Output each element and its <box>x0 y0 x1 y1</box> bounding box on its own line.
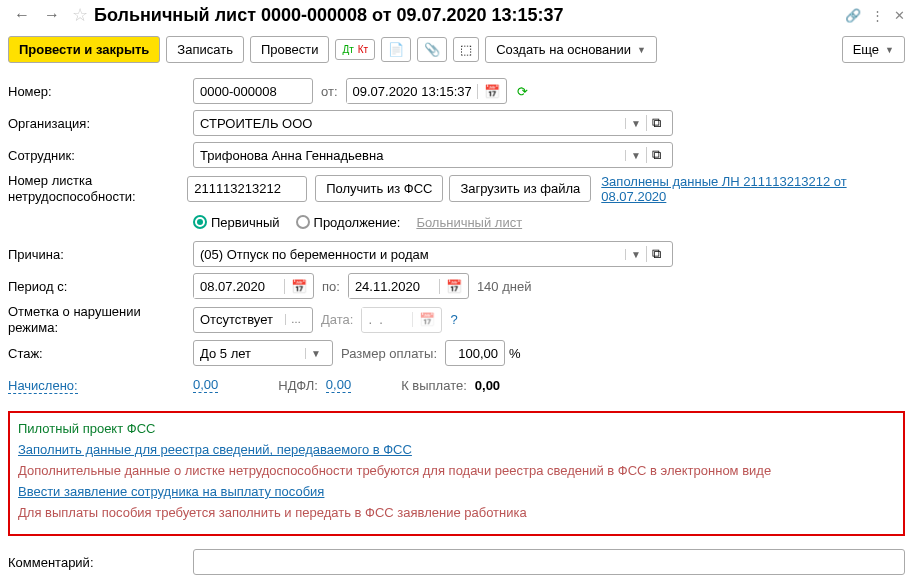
reason-input[interactable]: (05) Отпуск по беременности и родам <box>200 247 625 262</box>
period-from-input[interactable] <box>194 275 284 298</box>
reason-open-icon[interactable]: ⧉ <box>646 246 666 262</box>
sick-sheet-link: Больничный лист <box>416 215 522 230</box>
comment-input[interactable] <box>193 549 905 575</box>
emp-label: Сотрудник: <box>8 148 193 163</box>
org-open-icon[interactable]: ⧉ <box>646 115 666 131</box>
from-label: от: <box>321 84 338 99</box>
period-to-input[interactable] <box>349 275 439 298</box>
comment-label: Комментарий: <box>8 555 193 570</box>
stazh-label: Стаж: <box>8 346 193 361</box>
primary-radio[interactable]: Первичный <box>193 215 280 230</box>
struct-icon-button[interactable]: ⬚ <box>453 37 479 62</box>
accrued-value[interactable]: 0,00 <box>193 377 218 393</box>
calendar-icon[interactable]: 📅 <box>477 84 506 99</box>
pilot-note2: Для выплаты пособия требуется заполнить … <box>18 505 895 520</box>
nav-fwd-icon[interactable]: → <box>38 4 66 26</box>
pay-size-label: Размер оплаты: <box>341 346 437 361</box>
favorite-star-icon[interactable]: ☆ <box>72 4 88 26</box>
link-icon[interactable]: 🔗 <box>845 8 861 23</box>
violation-date-label: Дата: <box>321 312 353 327</box>
number-label: Номер: <box>8 84 193 99</box>
emp-input[interactable]: Трифонова Анна Геннадьевна <box>200 148 625 163</box>
refresh-icon[interactable]: ⟳ <box>517 84 528 99</box>
load-file-button[interactable]: Загрузить из файла <box>449 175 591 202</box>
violation-dd-icon[interactable]: … <box>285 314 306 325</box>
reason-dropdown-icon[interactable]: ▼ <box>625 249 646 260</box>
org-dropdown-icon[interactable]: ▼ <box>625 118 646 129</box>
sheet-no-input[interactable] <box>187 176 307 202</box>
accrued-label[interactable]: Начислено: <box>8 378 78 394</box>
cal-icon: 📅 <box>412 312 441 327</box>
create-based-button[interactable]: Создать на основании▼ <box>485 36 657 63</box>
menu-dots-icon[interactable]: ⋮ <box>871 8 884 23</box>
pilot-title: Пилотный проект ФСС <box>18 421 895 436</box>
org-label: Организация: <box>8 116 193 131</box>
close-icon[interactable]: ✕ <box>894 8 905 23</box>
emp-dropdown-icon[interactable]: ▼ <box>625 150 646 161</box>
pilot-note1: Дополнительные данные о листке нетрудосп… <box>18 463 895 478</box>
days-text: 140 дней <box>477 279 532 294</box>
emp-open-icon[interactable]: ⧉ <box>646 147 666 163</box>
reason-label: Причина: <box>8 247 193 262</box>
fill-registry-link[interactable]: Заполнить данные для реестра сведений, п… <box>18 442 412 457</box>
post-button[interactable]: Провести <box>250 36 330 63</box>
period-to-label: по: <box>322 279 340 294</box>
get-fss-button[interactable]: Получить из ФСС <box>315 175 443 202</box>
violation-input[interactable]: Отсутствует <box>200 312 285 327</box>
payout-value: 0,00 <box>475 378 500 393</box>
more-button[interactable]: Еще▼ <box>842 36 905 63</box>
number-input[interactable] <box>193 78 313 104</box>
continuation-radio[interactable]: Продолжение: <box>296 215 401 230</box>
period-label: Период с: <box>8 279 193 294</box>
post-close-button[interactable]: Провести и закрыть <box>8 36 160 63</box>
attach-icon-button[interactable]: 📎 <box>417 37 447 62</box>
ndfl-label: НДФЛ: <box>278 378 318 393</box>
percent-label: % <box>505 346 525 361</box>
payout-label: К выплате: <box>401 378 467 393</box>
org-input[interactable]: СТРОИТЕЛЬ ООО <box>200 116 625 131</box>
write-button[interactable]: Записать <box>166 36 244 63</box>
stazh-input[interactable]: До 5 лет <box>200 346 305 361</box>
window-title: Больничный лист 0000-000008 от 09.07.202… <box>94 5 839 26</box>
pilot-fss-box: Пилотный проект ФСС Заполнить данные для… <box>8 411 905 536</box>
nav-back-icon[interactable]: ← <box>8 4 36 26</box>
violation-label: Отметка о нарушении режима: <box>8 304 193 335</box>
cal-icon[interactable]: 📅 <box>284 279 313 294</box>
help-icon[interactable]: ? <box>450 312 457 327</box>
pay-size-input[interactable] <box>445 340 505 366</box>
filled-ln-link[interactable]: Заполнены данные ЛН 211113213212 от 08.0… <box>601 174 905 204</box>
enter-app-link[interactable]: Ввести заявление сотрудника на выплату п… <box>18 484 324 499</box>
doc-icon-button[interactable]: 📄 <box>381 37 411 62</box>
violation-date-input <box>362 308 412 331</box>
sheet-no-label: Номер листка нетрудоспособности: <box>8 173 187 204</box>
dt-kt-button[interactable]: ДтКт <box>335 39 375 60</box>
cal-icon[interactable]: 📅 <box>439 279 468 294</box>
ndfl-value[interactable]: 0,00 <box>326 377 351 393</box>
date-input[interactable] <box>347 80 477 103</box>
stazh-dd-icon[interactable]: ▼ <box>305 348 326 359</box>
